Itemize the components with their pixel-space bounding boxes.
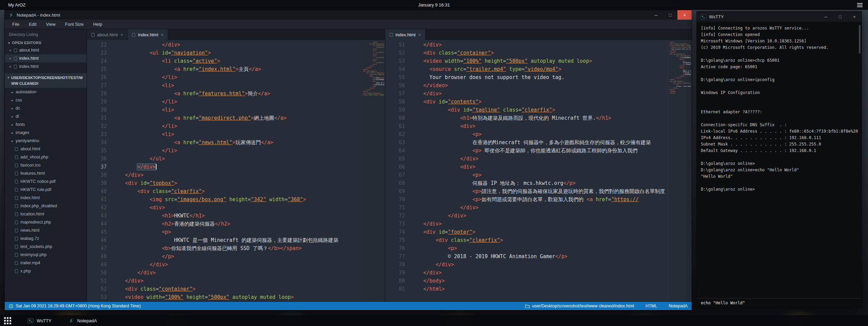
code-line[interactable]: 在香港的Minecraft 伺服器中，多為小遊戲和純生存的伺服器，較少擁有建築 — [423, 138, 668, 147]
code-line[interactable]: <div id="tagline" class="clearfix"> — [423, 106, 668, 114]
menu-help[interactable]: Help — [88, 20, 107, 28]
scrollbar-thumb[interactable] — [859, 25, 861, 54]
code-line[interactable]: <div> — [423, 163, 668, 171]
workspace-folder-header[interactable]: ▾ USER/DESKTOP/SCREENSHOT/TEST/WWW CLEAN… — [5, 73, 87, 88]
folder-item[interactable]: ▸css — [5, 96, 87, 104]
notepada-titlebar[interactable]: NotepadA - index.html ─ □ × — [5, 10, 692, 20]
close-icon[interactable]: × — [9, 48, 12, 53]
code-line[interactable]: <p>請注意，我們的伺服器為確保玩家及遊玩時的質素，我們對的服務開啟白名單制度 — [423, 187, 668, 195]
open-editors-header[interactable]: ▾ OPEN EDITORS — [5, 39, 87, 46]
folder-item[interactable]: ▸images — [5, 129, 87, 137]
code-line[interactable]: </div> — [125, 171, 361, 179]
code-line[interactable]: <div class="clearfix"> — [125, 187, 361, 195]
code-line[interactable]: <b>你知道我們全線伺服器已轉用 SSD 了嗎？</b></span> — [125, 244, 361, 252]
tab-about.html[interactable]: about.html× — [87, 29, 128, 40]
code-line[interactable]: <div id="contents"> — [423, 98, 668, 106]
close-tab-icon[interactable]: × — [121, 33, 123, 37]
minimize-icon[interactable]: ─ — [819, 12, 833, 22]
folder-item[interactable]: ▸fonts — [5, 120, 87, 129]
minimap[interactable]: </div><div class="container"><video widt… — [668, 40, 692, 302]
code-line[interactable]: </div> — [125, 163, 361, 171]
code-line[interactable]: </div> — [423, 269, 668, 277]
code-line[interactable]: <h1>特別為建築及鐵路而設，現代化的 Minecraft 世界.</h1> — [423, 114, 668, 122]
code-line[interactable]: <a href="mapredirect.php">網上地圖</a> — [125, 114, 361, 122]
folder-item[interactable]: ▸dc — [5, 104, 87, 112]
file-item[interactable]: add_vhost.php — [5, 153, 87, 161]
code-line[interactable]: </div> — [125, 269, 361, 277]
code-line[interactable]: <div class="container"> — [125, 285, 361, 293]
code-line[interactable]: <img src="images/box.png" height="342" w… — [125, 195, 361, 204]
maximize-icon[interactable]: □ — [663, 10, 677, 20]
file-item[interactable]: index.html — [5, 194, 87, 202]
code-line[interactable]: </div> — [125, 261, 361, 269]
code-line[interactable]: <source src="trailer.mp4" type="video/mp… — [423, 65, 668, 73]
code-area[interactable]: </div><div class="container"><video widt… — [415, 40, 668, 302]
app-launcher-icon[interactable] — [4, 317, 11, 324]
file-item[interactable]: location.html — [5, 210, 87, 218]
code-line[interactable]: </div> — [423, 212, 668, 220]
code-line[interactable]: <a href="news.html">玩家傳送門</a> — [125, 138, 361, 147]
menu-view[interactable]: View — [41, 20, 60, 28]
file-item[interactable]: x.php — [5, 267, 87, 275]
close-tab-icon[interactable]: × — [418, 33, 421, 37]
code-line[interactable]: <li> — [125, 81, 361, 90]
editor-left[interactable]: 2223242526272829303132333435363738394041… — [87, 40, 385, 302]
code-line[interactable]: <p> — [125, 228, 361, 236]
menu-edit[interactable]: Edit — [24, 20, 41, 28]
minimize-icon[interactable]: ─ — [649, 10, 663, 20]
code-line[interactable]: </div> — [423, 90, 668, 98]
code-line[interactable]: </div> — [125, 41, 361, 49]
file-item[interactable]: favicon.ico — [5, 161, 87, 169]
code-line[interactable]: <ul id="navigation"> — [125, 49, 361, 57]
code-line[interactable]: </p> — [125, 252, 361, 261]
code-line[interactable]: </li> — [125, 73, 361, 81]
code-line[interactable]: </div> — [423, 261, 668, 269]
code-line[interactable]: </div> — [423, 204, 668, 212]
code-line[interactable]: <p> — [423, 130, 668, 138]
taskbar-item-wstty[interactable]: >_ WsTTY — [24, 317, 55, 324]
maximize-icon[interactable]: □ — [833, 12, 847, 22]
tab-index.html[interactable]: index.html× — [128, 29, 168, 40]
code-line[interactable]: </li> — [125, 98, 361, 106]
folder-item[interactable]: ▸dl — [5, 112, 87, 120]
code-line[interactable]: 伺服器 IP 地址為： mcs.hkwtc.org</p> — [423, 179, 668, 187]
code-line[interactable]: </ul> — [125, 155, 361, 163]
folder-item[interactable]: ▸yamlyamlinu — [5, 137, 87, 145]
code-line[interactable]: <h1>HKWTC</h1> — [125, 212, 361, 220]
code-area[interactable]: </div> <ul id="navigation"> <li class="a… — [117, 40, 361, 302]
open-editor-item[interactable]: ×about.html — [5, 46, 87, 54]
file-item[interactable]: test_sockets.php — [5, 243, 87, 251]
code-line[interactable]: Your browser does not support the video … — [423, 73, 668, 81]
file-item[interactable]: mapredirect.php — [5, 218, 87, 226]
code-line[interactable]: <div id="topbox"> — [125, 179, 361, 187]
statusbar-language-mode[interactable]: HTML — [645, 304, 657, 308]
close-icon[interactable]: × — [9, 64, 12, 69]
file-item[interactable]: trailer.mp4 — [5, 259, 87, 267]
file-item[interactable]: testmysql.php — [5, 251, 87, 259]
menu-font-size[interactable]: Font Size — [60, 20, 88, 28]
close-icon[interactable]: × — [677, 10, 692, 20]
code-line[interactable]: <a href="features.html">簡介</a> — [125, 90, 361, 98]
close-icon[interactable]: × — [847, 12, 862, 22]
file-item[interactable]: features.html — [5, 169, 87, 177]
minimap[interactable]: </div> <ul id="navigation"> <li class="a… — [361, 40, 385, 302]
code-line[interactable]: © 2018 - 2019 HKWTC Animation Gamer</p> — [423, 252, 668, 261]
file-item[interactable]: teabag.7z — [5, 234, 87, 243]
open-editor-item[interactable]: ×index.html — [5, 54, 87, 62]
code-line[interactable]: <div id="footer"> — [423, 228, 668, 236]
file-item[interactable]: HKWTC notice.pdf — [5, 177, 87, 186]
code-line[interactable]: <h2>香港的建築伺服器</h2> — [125, 220, 361, 228]
code-line[interactable]: </li> — [125, 147, 361, 155]
code-line[interactable]: <li> — [125, 106, 361, 114]
terminal-input[interactable]: echo "Hello World" — [697, 298, 862, 307]
code-line[interactable]: </li> — [125, 122, 361, 130]
folder-item[interactable]: ▸autostation — [5, 88, 87, 96]
wstty-titlebar[interactable]: >_ WsTTY ─ □ × — [697, 12, 862, 22]
menu-file[interactable]: File — [7, 20, 24, 28]
code-line[interactable]: <li class="active"> — [125, 57, 361, 65]
code-line[interactable]: <div class="clearfix"> — [423, 236, 668, 244]
aroz-brand[interactable]: My ArOZ — [8, 2, 25, 7]
file-item[interactable]: news.html — [5, 226, 87, 234]
code-line[interactable]: </div> — [125, 277, 361, 285]
code-line[interactable]: </div> — [423, 41, 668, 49]
